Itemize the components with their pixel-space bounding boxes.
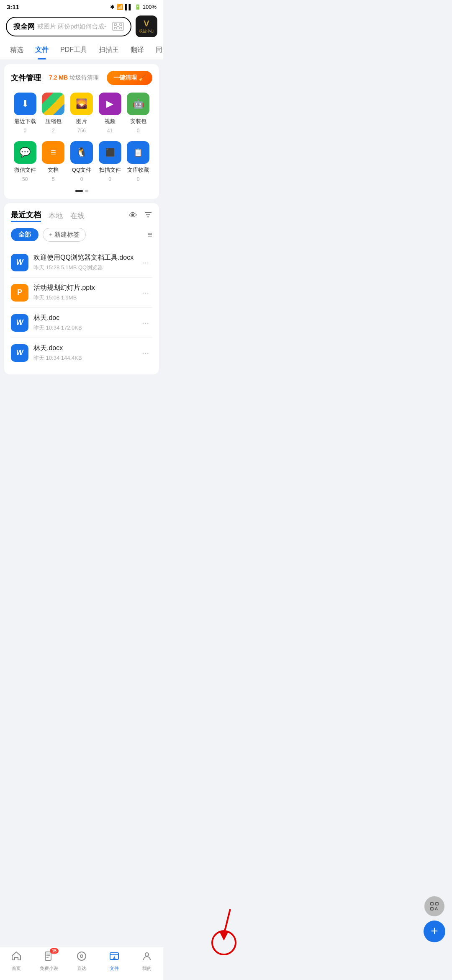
zip-label: 压缩包 xyxy=(45,118,62,125)
download-count: 0 xyxy=(23,128,26,134)
wechat-icon: 💬 xyxy=(14,141,36,164)
library-count: 0 xyxy=(137,176,140,182)
scan-file-label: 扫描文件 xyxy=(99,166,121,174)
apk-count: 0 xyxy=(137,128,140,134)
signal-icon: ▌▌ xyxy=(125,4,132,10)
doc-info-4: 林天.docx 昨天 10:34 144.4KB xyxy=(33,344,139,362)
file-item-image[interactable]: 🌄 图片 756 xyxy=(70,93,93,134)
file-item-video[interactable]: ▶ 视频 41 xyxy=(99,93,121,134)
file-item-apk[interactable]: 🤖 安装包 0 xyxy=(127,93,149,134)
apk-icon: 🤖 xyxy=(127,93,149,115)
tab-files[interactable]: 文件 xyxy=(29,41,54,59)
search-box[interactable]: 搜全网 戒图片 两份pdf如何合成- xyxy=(6,17,131,36)
recent-tabs: 最近文档 本地 在线 xyxy=(11,210,85,222)
doc-meta-3: 昨天 10:34 172.0KB xyxy=(33,324,139,332)
doc-meta-2: 昨天 15:08 1.9MB xyxy=(33,294,139,302)
recent-header: 最近文档 本地 在线 👁 xyxy=(11,210,152,222)
library-label: 文库收藏 xyxy=(127,166,149,174)
tab-pdf[interactable]: PDF工具 xyxy=(54,41,93,59)
qq-icon: 🐧 xyxy=(70,141,93,164)
wifi-icon: 📶 xyxy=(116,4,123,10)
doc-name-3: 林天.doc xyxy=(33,314,139,322)
scan-icon[interactable] xyxy=(112,22,124,31)
file-grid-row2: 💬 微信文件 50 ≡ 文档 5 🐧 QQ文件 0 ⬛ 扫描文件 0 xyxy=(11,141,152,182)
doc-more-2[interactable]: ··· xyxy=(139,288,152,297)
vip-label: 权益中心 xyxy=(139,28,154,34)
file-item-wechat[interactable]: 💬 微信文件 50 xyxy=(14,141,36,182)
video-count: 41 xyxy=(107,128,113,134)
zip-icon xyxy=(42,93,64,115)
tab-local[interactable]: 本地 xyxy=(49,211,63,221)
tab-translate[interactable]: 翻译 xyxy=(125,41,150,59)
doc-more-3[interactable]: ··· xyxy=(139,318,152,328)
recent-section: 最近文档 本地 在线 👁 全部 + 新建标签 ≡ W xyxy=(4,203,159,374)
wechat-label: 微信文件 xyxy=(14,166,36,174)
file-item-library[interactable]: 📋 文库收藏 0 xyxy=(127,141,149,182)
doc-meta-4: 昨天 10:34 144.4KB xyxy=(33,354,139,362)
dot-inactive xyxy=(85,190,88,192)
filter-icon[interactable] xyxy=(144,211,152,221)
doc-icon: ≡ xyxy=(42,141,64,164)
apk-label: 安装包 xyxy=(130,118,146,125)
list-view-icon[interactable]: ≡ xyxy=(147,230,152,240)
doc-list: W 欢迎使用QQ浏览器文档工具.docx 昨天 15:28 5.1MB QQ浏览… xyxy=(11,248,152,368)
doc-icon-2: P xyxy=(11,284,28,302)
doc-name-4: 林天.docx xyxy=(33,344,139,353)
doc-label: 文档 xyxy=(48,166,59,174)
status-time: 3:11 xyxy=(7,3,19,10)
doc-more-4[interactable]: ··· xyxy=(139,348,152,358)
tab-online[interactable]: 在线 xyxy=(70,211,85,221)
recent-actions: 👁 xyxy=(129,211,152,221)
download-label: 最近下载 xyxy=(14,118,36,125)
download-icon: ⬇ xyxy=(14,93,36,115)
clean-button[interactable]: 一键清理 🧹 xyxy=(107,71,152,85)
doc-meta-1: 昨天 15:28 5.1MB QQ浏览器 xyxy=(33,264,139,271)
doc-item-4[interactable]: W 林天.docx 昨天 10:34 144.4KB ··· xyxy=(11,338,152,368)
file-item-scan[interactable]: ⬛ 扫描文件 0 xyxy=(99,141,121,182)
qq-count: 0 xyxy=(80,176,83,182)
vip-letter: V xyxy=(144,19,149,28)
tab-sync[interactable]: 同步学 xyxy=(150,41,163,59)
doc-name-1: 欢迎使用QQ浏览器文档工具.docx xyxy=(33,253,139,262)
file-item-download[interactable]: ⬇ 最近下载 0 xyxy=(14,93,36,134)
tab-selected[interactable]: 精选 xyxy=(4,41,29,59)
doc-item-1[interactable]: W 欢迎使用QQ浏览器文档工具.docx 昨天 15:28 5.1MB QQ浏览… xyxy=(11,248,152,278)
eye-icon[interactable]: 👁 xyxy=(129,211,137,221)
bluetooth-icon: ✱ xyxy=(110,4,115,10)
doc-more-1[interactable]: ··· xyxy=(139,258,152,267)
battery-percent: 100% xyxy=(143,4,157,10)
file-item-doc[interactable]: ≡ 文档 5 xyxy=(42,141,64,182)
nav-tabs: 精选 文件 PDF工具 扫描王 翻译 同步学 xyxy=(0,41,163,60)
video-icon: ▶ xyxy=(99,93,121,115)
doc-count: 5 xyxy=(52,176,55,182)
tag-all-button[interactable]: 全部 xyxy=(11,228,39,241)
tag-new-button[interactable]: + 新建标签 xyxy=(43,228,86,242)
search-area: 搜全网 戒图片 两份pdf如何合成- V 权益中心 xyxy=(0,12,163,41)
file-item-qq[interactable]: 🐧 QQ文件 0 xyxy=(70,141,93,182)
tab-recent[interactable]: 最近文档 xyxy=(11,210,41,222)
broom-icon: 🧹 xyxy=(139,75,146,81)
qq-label: QQ文件 xyxy=(72,166,91,174)
tab-scan[interactable]: 扫描王 xyxy=(93,41,125,59)
file-management-card: 文件管理 7.2 MB 垃圾待清理 一键清理 🧹 ⬇ 最近下载 0 压缩包 2 … xyxy=(4,64,159,199)
battery-icon: 🔋 xyxy=(134,4,141,10)
scan-file-icon: ⬛ xyxy=(99,141,121,164)
doc-item-3[interactable]: W 林天.doc 昨天 10:34 172.0KB ··· xyxy=(11,308,152,338)
doc-info-3: 林天.doc 昨天 10:34 172.0KB xyxy=(33,314,139,332)
file-item-zip[interactable]: 压缩包 2 xyxy=(42,93,64,134)
image-count: 756 xyxy=(77,128,86,134)
library-icon: 📋 xyxy=(127,141,149,164)
doc-name-2: 活动规划幻灯片.pptx xyxy=(33,284,139,292)
vip-button[interactable]: V 权益中心 xyxy=(136,15,157,37)
dot-active xyxy=(75,190,83,192)
file-grid-row1: ⬇ 最近下载 0 压缩包 2 🌄 图片 756 ▶ 视频 41 xyxy=(11,93,152,134)
status-bar: 3:11 ✱ 📶 ▌▌ 🔋 100% xyxy=(0,0,163,12)
card-title: 文件管理 xyxy=(11,73,41,83)
doc-info-1: 欢迎使用QQ浏览器文档工具.docx 昨天 15:28 5.1MB QQ浏览器 xyxy=(33,253,139,271)
zip-count: 2 xyxy=(52,128,55,134)
clean-label: 一键清理 xyxy=(113,74,137,82)
doc-item-2[interactable]: P 活动规划幻灯片.pptx 昨天 15:08 1.9MB ··· xyxy=(11,278,152,308)
page-dots xyxy=(11,190,152,192)
svg-rect-1 xyxy=(120,23,122,26)
svg-rect-0 xyxy=(114,23,116,26)
